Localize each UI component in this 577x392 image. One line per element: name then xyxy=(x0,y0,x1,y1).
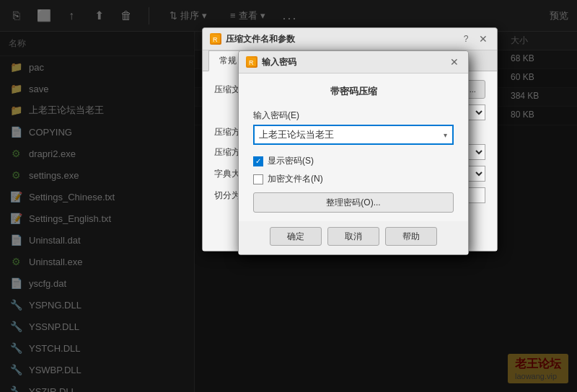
password-input-wrap: ▾ xyxy=(253,125,454,145)
password-label: 输入密码(E) xyxy=(253,110,454,122)
show-password-row[interactable]: ✓ 显示密码(S) xyxy=(253,155,454,167)
password-dialog-titlebar: R 输入密码 ✕ xyxy=(239,51,468,74)
show-password-label: 显示密码(S) xyxy=(268,155,314,167)
password-close-button[interactable]: ✕ xyxy=(448,55,461,68)
dialog-titlebar: R 压缩文件名和参数 ? ✕ xyxy=(203,28,497,50)
password-dialog-icon: R xyxy=(246,56,257,68)
encrypt-filename-label: 加密文件名(N) xyxy=(268,173,323,185)
svg-text:R: R xyxy=(213,36,218,43)
password-input[interactable] xyxy=(255,126,438,143)
dialog-title: 压缩文件名和参数 xyxy=(226,33,455,45)
password-dialog-title: 输入密码 xyxy=(262,56,444,68)
encrypt-filename-checkbox[interactable] xyxy=(253,174,263,184)
password-dialog-footer: 确定 取消 帮助 xyxy=(239,221,468,254)
password-ok-button[interactable]: 确定 xyxy=(270,227,322,246)
manage-passwords-button[interactable]: 整理密码(O)... xyxy=(253,192,454,213)
password-dialog-body: 带密码压缩 输入密码(E) ▾ ✓ 显示密码(S) 加密文件名(N) 整理密码(… xyxy=(239,74,468,221)
encrypt-filename-row[interactable]: 加密文件名(N) xyxy=(253,173,454,185)
show-password-checkbox[interactable]: ✓ xyxy=(253,156,263,166)
password-dropdown-button[interactable]: ▾ xyxy=(438,126,452,143)
password-help-button[interactable]: 帮助 xyxy=(385,227,437,246)
checkmark-icon: ✓ xyxy=(255,157,261,165)
dialog-close-button[interactable]: ✕ xyxy=(477,32,490,45)
password-dialog-heading: 带密码压缩 xyxy=(253,85,454,98)
dialog-app-icon: R xyxy=(210,33,221,45)
password-dialog: R 输入密码 ✕ 带密码压缩 输入密码(E) ▾ ✓ 显示密码(S) 加密文件名… xyxy=(238,50,469,255)
svg-text:R: R xyxy=(249,59,254,66)
password-cancel-button[interactable]: 取消 xyxy=(327,227,379,246)
dialog-help-icon[interactable]: ? xyxy=(459,32,472,45)
